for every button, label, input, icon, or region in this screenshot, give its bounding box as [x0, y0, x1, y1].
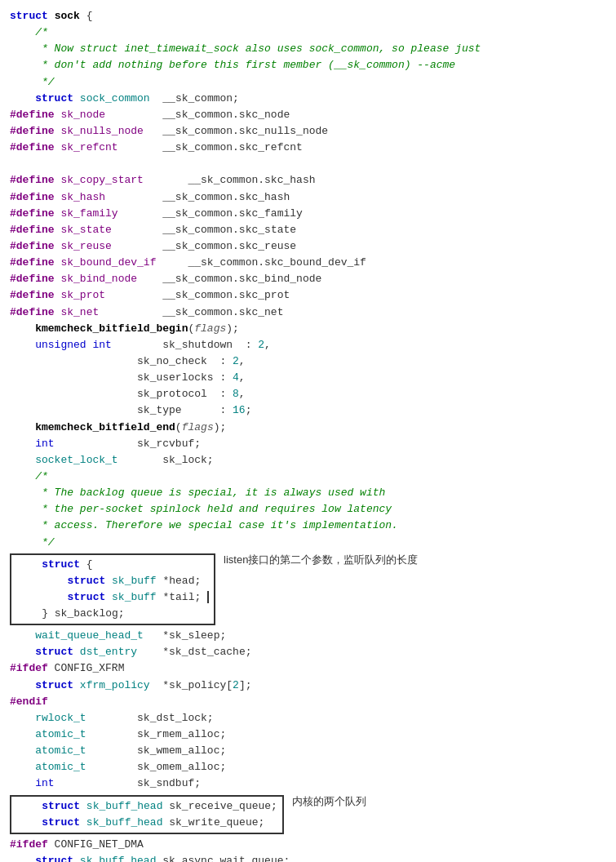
code-block3: #ifdef CONFIG_NET_DMA struct sk_buff_hea…	[10, 837, 606, 862]
code-block2: wait_queue_head_t *sk_sleep; struct dst_…	[10, 628, 606, 792]
struct-backlog-row: struct { struct sk_buff *head; struct sk…	[10, 552, 606, 628]
struct-queues-row: struct sk_buff_head sk_receive_queue; st…	[10, 793, 606, 836]
code-block: struct sock { /* * Now struct inet_timew…	[10, 8, 606, 551]
code-container: struct sock { /* * Now struct inet_timew…	[10, 8, 606, 862]
struct-backlog-box: struct { struct sk_buff *head; struct sk…	[10, 553, 215, 626]
backlog-annotation: listen接口的第二个参数，监听队列的长度	[224, 552, 418, 568]
queues-annotation: 内核的两个队列	[292, 793, 366, 810]
struct-queues-box: struct sk_buff_head sk_receive_queue; st…	[10, 795, 284, 834]
